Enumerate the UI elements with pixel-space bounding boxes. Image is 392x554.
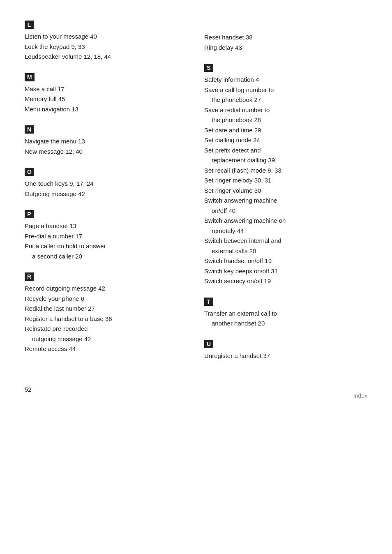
entry-outgoing-message: Outgoing message 42 xyxy=(25,189,188,199)
entry-switch-handset: Switch handset on/off 19 xyxy=(204,256,367,266)
entry-one-touch: One-touch keys 9, 17, 24 xyxy=(25,179,188,189)
entry-record-outgoing: Record outgoing message 42 xyxy=(25,284,188,293)
entry-reinstate: Reinstate pre-recorded xyxy=(25,324,188,334)
entry-menu-navigation: Menu navigation 13 xyxy=(25,105,188,114)
section-header-U: U xyxy=(204,340,213,348)
entry-make-call: Make a call 17 xyxy=(25,85,188,94)
section-header-L: L xyxy=(25,21,34,29)
entry-switch-between: Switch between internal and xyxy=(204,236,367,246)
section-entries-O: One-touch keys 9, 17, 24 Outgoing messag… xyxy=(25,179,188,199)
entry-set-date-time: Set date and time 29 xyxy=(204,126,367,135)
page-number: 52 xyxy=(25,386,32,393)
section-entries-P: Page a handset 13 Pre-dial a number 17 P… xyxy=(25,222,188,261)
section-L: L Listen to your message 40 Lock the key… xyxy=(25,21,188,62)
entry-page-handset: Page a handset 13 xyxy=(25,222,188,231)
entry-redial: Redial the last number 27 xyxy=(25,304,188,314)
section-header-S: S xyxy=(204,64,213,72)
entry-ring-delay: Ring delay 43 xyxy=(204,43,367,53)
entry-save-redial: Save a redial number to xyxy=(204,106,367,115)
entry-reinstate-cont: outgoing message 42 xyxy=(25,335,188,344)
entry-set-prefix-cont: replacement dialling 39 xyxy=(204,156,367,165)
entry-put-caller-hold: Put a caller on hold to answer xyxy=(25,242,188,251)
section-reset-ring: Reset handset 38 Ring delay 43 xyxy=(204,21,367,52)
entry-transfer-external-cont: another handset 20 xyxy=(204,319,367,328)
entry-save-call-log: Save a call log number to xyxy=(204,85,367,95)
section-entries-N: Navigate the menu 13 New message 12, 40 xyxy=(25,137,188,156)
index-label: Index xyxy=(353,392,367,399)
section-header-O: O xyxy=(25,168,34,176)
entry-reset-handset: Reset handset 38 xyxy=(204,33,367,42)
entry-listen: Listen to your message 40 xyxy=(25,32,188,42)
entry-switch-am-remotely-cont: remotely 44 xyxy=(204,226,367,236)
section-T: T Transfer an external call to another h… xyxy=(204,298,367,328)
section-entries-reset: Reset handset 38 Ring delay 43 xyxy=(204,33,367,52)
entry-switch-am-onoff: Switch answering machine xyxy=(204,196,367,205)
entry-unregister: Unregister a handset 37 xyxy=(204,351,367,361)
section-M: M Make a call 17 Memory full 45 Menu nav… xyxy=(25,73,188,114)
entry-memory-full: Memory full 45 xyxy=(25,95,188,104)
entry-loudspeaker: Loudspeaker volume 12, 18, 44 xyxy=(25,52,188,62)
section-S: S Safety information 4 Save a call log n… xyxy=(204,64,367,286)
entry-switch-between-cont: external calls 20 xyxy=(204,247,367,256)
entry-save-call-log-cont: the phonebook 27 xyxy=(204,95,367,105)
entry-set-ringer-volume: Set ringer volume 30 xyxy=(204,186,367,196)
section-header-R: R xyxy=(25,272,34,281)
entry-switch-secrecy: Switch secrecy on/off 19 xyxy=(204,277,367,286)
left-column: L Listen to your message 40 Lock the key… xyxy=(25,21,188,399)
section-R: R Record outgoing message 42 Recycle you… xyxy=(25,272,188,354)
section-header-T: T xyxy=(204,298,213,306)
page-footer: 52 xyxy=(25,382,188,393)
section-header-M: M xyxy=(25,73,35,81)
section-entries-R: Record outgoing message 42 Recycle your … xyxy=(25,284,188,354)
section-P: P Page a handset 13 Pre-dial a number 17… xyxy=(25,210,188,261)
right-column: Reset handset 38 Ring delay 43 S Safety … xyxy=(204,21,367,399)
entry-navigate-menu: Navigate the menu 13 xyxy=(25,137,188,146)
section-entries-L: Listen to your message 40 Lock the keypa… xyxy=(25,32,188,62)
entry-set-ringer-melody: Set ringer melody 30, 31 xyxy=(204,176,367,185)
entry-recycle: Recycle your phone 6 xyxy=(25,294,188,304)
page-container: L Listen to your message 40 Lock the key… xyxy=(25,21,367,399)
entry-remote-access: Remote access 44 xyxy=(25,344,188,354)
entry-register-handset: Register a handset to a base 36 xyxy=(25,314,188,324)
entry-pre-dial: Pre-dial a number 17 xyxy=(25,232,188,241)
section-header-P: P xyxy=(25,210,34,218)
entry-safety-info: Safety information 4 xyxy=(204,75,367,85)
entry-switch-am-remotely: Switch answering machine on xyxy=(204,216,367,226)
entry-put-caller-hold-cont: a second caller 20 xyxy=(25,252,188,261)
section-entries-S: Safety information 4 Save a call log num… xyxy=(204,75,367,286)
entry-switch-key-beeps: Switch key beeps on/off 31 xyxy=(204,267,367,276)
section-N: N Navigate the menu 13 New message 12, 4… xyxy=(25,125,188,156)
entry-lock: Lock the keypad 9, 33 xyxy=(25,42,188,52)
right-footer: Index xyxy=(204,388,367,399)
section-entries-U: Unregister a handset 37 xyxy=(204,351,367,361)
section-U: U Unregister a handset 37 xyxy=(204,340,367,361)
entry-set-recall: Set recall (flash) mode 9, 33 xyxy=(204,166,367,175)
section-entries-T: Transfer an external call to another han… xyxy=(204,309,367,328)
entry-new-message: New message 12, 40 xyxy=(25,147,188,157)
entry-transfer-external: Transfer an external call to xyxy=(204,309,367,319)
entry-set-dialling-mode: Set dialling mode 34 xyxy=(204,136,367,145)
section-header-N: N xyxy=(25,125,34,134)
section-O: O One-touch keys 9, 17, 24 Outgoing mess… xyxy=(25,168,188,199)
entry-save-redial-cont: the phonebook 28 xyxy=(204,115,367,125)
entry-set-prefix: Set prefix detect and xyxy=(204,146,367,155)
section-entries-M: Make a call 17 Memory full 45 Menu navig… xyxy=(25,85,188,114)
entry-switch-am-onoff-cont: on/off 40 xyxy=(204,206,367,216)
